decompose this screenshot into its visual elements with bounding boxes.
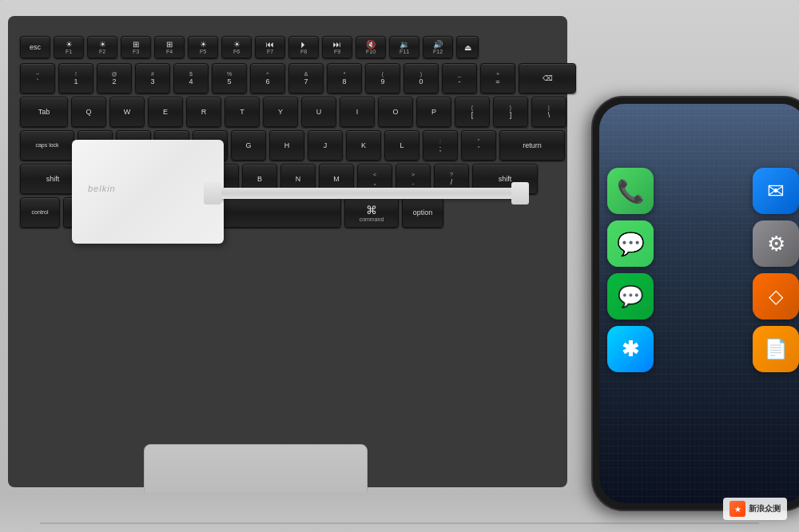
key-1[interactable]: !1 <box>58 63 93 93</box>
key-f8[interactable]: ⏵F8 <box>288 36 319 58</box>
key-backslash[interactable]: |\ <box>531 97 566 127</box>
key-f10[interactable]: 🔇F10 <box>356 36 386 58</box>
key-f9[interactable]: ⏭F9 <box>322 36 352 58</box>
usb-connector-right <box>511 182 529 204</box>
key-f7[interactable]: ⏮F7 <box>255 36 285 58</box>
key-j[interactable]: J <box>308 130 343 161</box>
app-icon-tiktok[interactable]: ✱ <box>607 326 654 372</box>
number-row: ~` !1 @2 #3 $4 %5 ^6 &7 *8 (9 )0 _- += ⌫ <box>20 63 555 93</box>
usb-cable <box>216 188 519 199</box>
belkin-label: belkin <box>88 184 116 193</box>
laptop-body: esc ☀F1 ☀F2 ⊞F3 ⊞F4 ☀F5 ☀F6 ⏮F7 ⏵F8 ⏭F9 … <box>0 0 799 532</box>
app-icon-pages[interactable]: 📄 <box>753 326 799 372</box>
key-control[interactable]: control <box>20 197 60 228</box>
app-icon-mail[interactable]: ✉ <box>753 168 799 214</box>
key-u[interactable]: U <box>301 97 336 127</box>
app-icon-wechat[interactable]: 💬 <box>607 273 654 320</box>
key-8[interactable]: *8 <box>327 63 362 93</box>
key-e[interactable]: E <box>148 97 183 127</box>
key-f1[interactable]: ☀F1 <box>54 36 84 58</box>
key-9[interactable]: (9 <box>365 63 400 93</box>
key-5[interactable]: %5 <box>212 63 247 93</box>
key-equals[interactable]: += <box>480 63 515 93</box>
key-r[interactable]: R <box>186 97 221 127</box>
key-f11[interactable]: 🔉F11 <box>389 36 419 58</box>
key-f2[interactable]: ☀F2 <box>87 36 117 58</box>
key-f6[interactable]: ☀F6 <box>221 36 252 58</box>
key-option-right[interactable]: option <box>402 197 443 228</box>
key-3[interactable]: #3 <box>135 63 170 93</box>
key-command-right[interactable]: ⌘command <box>344 197 399 228</box>
key-k[interactable]: K <box>346 130 381 161</box>
laptop-bottom-bar <box>40 522 759 524</box>
key-return[interactable]: return <box>499 130 565 161</box>
key-backspace[interactable]: ⌫ <box>519 63 576 93</box>
watermark-icon: ★ <box>729 501 745 517</box>
iphone: 📞 💬 💬 ✱ ✉ <box>591 96 799 511</box>
key-f12[interactable]: 🔊F12 <box>423 36 453 58</box>
keyboard-area: esc ☀F1 ☀F2 ⊞F3 ⊞F4 ☀F5 ☀F6 ⏮F7 ⏵F8 ⏭F9 … <box>8 16 567 487</box>
app-icon-sketch[interactable]: ◇ <box>753 273 799 320</box>
key-6[interactable]: ^6 <box>250 63 285 93</box>
q-row: Tab Q W E R T Y U I O P {[ }] |\ <box>20 97 555 127</box>
key-o[interactable]: O <box>378 97 413 127</box>
key-power[interactable]: ⏏ <box>456 36 479 58</box>
usb-connector-left <box>204 182 221 204</box>
app-dock-right: ✉ ⚙ ◇ 📄 <box>753 168 799 372</box>
key-esc[interactable]: esc <box>20 36 50 58</box>
app-dock-left: 📞 💬 💬 ✱ <box>607 168 654 372</box>
key-l[interactable]: L <box>384 130 419 161</box>
key-minus[interactable]: _- <box>442 63 477 93</box>
fn-row: esc ☀F1 ☀F2 ⊞F3 ⊞F4 ☀F5 ☀F6 ⏮F7 ⏵F8 ⏭F9 … <box>20 36 555 58</box>
key-backtick[interactable]: ~` <box>20 63 55 93</box>
key-w[interactable]: W <box>109 97 145 127</box>
key-7[interactable]: &7 <box>288 63 324 93</box>
app-icon-phone[interactable]: 📞 <box>607 168 654 214</box>
key-0[interactable]: )0 <box>403 63 439 93</box>
key-capslock[interactable]: caps lock <box>20 130 74 161</box>
key-quote[interactable]: "' <box>461 130 496 161</box>
key-tab[interactable]: Tab <box>20 97 68 127</box>
watermark-text: 新浪众测 <box>749 503 781 514</box>
watermark: ★ 新浪众测 <box>723 498 787 520</box>
scene: esc ☀F1 ☀F2 ⊞F3 ⊞F4 ☀F5 ☀F6 ⏮F7 ⏵F8 ⏭F9 … <box>0 0 799 532</box>
iphone-screen: 📞 💬 💬 ✱ ✉ <box>599 104 799 503</box>
key-i[interactable]: I <box>340 97 375 127</box>
key-h[interactable]: H <box>269 130 304 161</box>
key-g[interactable]: G <box>231 130 266 161</box>
belkin-adapter: belkin <box>72 140 224 244</box>
app-icon-settings[interactable]: ⚙ <box>753 220 799 267</box>
key-f3[interactable]: ⊞F3 <box>121 36 151 58</box>
key-q[interactable]: Q <box>71 97 106 127</box>
app-icon-messages[interactable]: 💬 <box>607 220 654 267</box>
key-f4[interactable]: ⊞F4 <box>154 36 185 58</box>
key-p[interactable]: P <box>416 97 451 127</box>
key-t[interactable]: T <box>225 97 260 127</box>
key-4[interactable]: $4 <box>173 63 209 93</box>
key-lbracket[interactable]: {[ <box>455 97 490 127</box>
key-y[interactable]: Y <box>263 97 298 127</box>
key-semicolon[interactable]: :; <box>423 130 458 161</box>
key-f5[interactable]: ☀F5 <box>188 36 218 58</box>
key-2[interactable]: @2 <box>97 63 132 93</box>
key-rbracket[interactable]: }] <box>493 97 528 127</box>
